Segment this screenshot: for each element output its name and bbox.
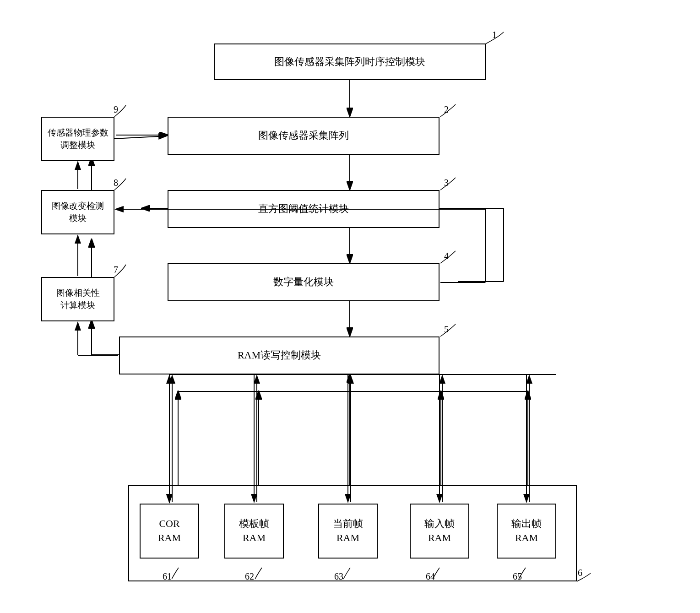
node-5-label: RAM读写控制模块 (238, 348, 321, 363)
node-3-label: 直方图阈值统计模块 (258, 202, 349, 216)
node-62: 模板帧RAM (224, 504, 284, 559)
node-7: 图像相关性计算模块 (41, 277, 114, 321)
node-2-num: 2 (444, 104, 449, 115)
diagram: 图像传感器采集阵列时序控制模块 1 图像传感器采集阵列 2 直方图阈值统计模块 … (0, 0, 700, 613)
node-3-num: 3 (444, 178, 449, 188)
node-4: 数字量化模块 (168, 263, 440, 301)
node-9: 传感器物理参数调整模块 (41, 117, 114, 161)
node-63: 当前帧RAM (318, 504, 378, 559)
node-61-label: CORRAM (158, 517, 181, 545)
node-6-num: 6 (578, 568, 582, 578)
node-64-num: 64 (426, 571, 435, 582)
node-7-label: 图像相关性计算模块 (56, 287, 100, 311)
node-2: 图像传感器采集阵列 (168, 117, 440, 155)
node-5: RAM读写控制模块 (119, 336, 440, 374)
node-65-label: 输出帧RAM (511, 517, 542, 545)
node-1: 图像传感器采集阵列时序控制模块 (214, 43, 486, 80)
node-64: 输入帧RAM (410, 504, 469, 559)
node-63-label: 当前帧RAM (333, 517, 363, 545)
node-2-label: 图像传感器采集阵列 (258, 129, 349, 143)
node-61: CORRAM (140, 504, 199, 559)
node-62-num: 62 (245, 571, 254, 582)
node-1-num: 1 (492, 30, 497, 40)
node-4-label: 数字量化模块 (273, 275, 334, 289)
node-8-num: 8 (114, 178, 118, 188)
svg-line-50 (114, 136, 167, 139)
node-5-num: 5 (444, 324, 449, 335)
node-65-num: 65 (513, 571, 522, 582)
node-9-label: 传感器物理参数调整模块 (48, 127, 109, 151)
node-61-num: 61 (163, 571, 172, 582)
node-62-label: 模板帧RAM (239, 517, 269, 545)
node-1-label: 图像传感器采集阵列时序控制模块 (274, 55, 425, 69)
node-4-num: 4 (444, 251, 449, 261)
node-65: 输出帧RAM (497, 504, 556, 559)
node-9-num: 9 (114, 104, 118, 115)
node-64-label: 输入帧RAM (424, 517, 455, 545)
node-8-label: 图像改变检测模块 (52, 200, 104, 224)
node-8: 图像改变检测模块 (41, 190, 114, 234)
node-63-num: 63 (334, 571, 343, 582)
node-3: 直方图阈值统计模块 (168, 190, 440, 228)
node-7-num: 7 (114, 265, 118, 275)
